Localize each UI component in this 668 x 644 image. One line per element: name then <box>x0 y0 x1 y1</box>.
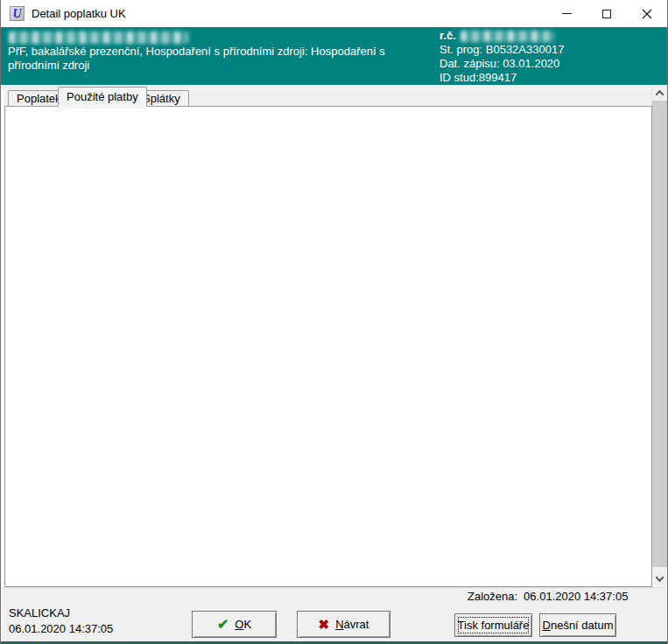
form-scroll-up-button[interactable] <box>652 86 667 101</box>
footer-panel: Založena:06.01.2020 14:37:05 SKALICKAJ 0… <box>2 587 668 641</box>
window-title: Detail poplatku UK <box>32 7 126 20</box>
app-icon: U <box>10 6 25 21</box>
close-icon <box>642 9 652 19</box>
form-scroll-down-button[interactable] <box>652 571 667 586</box>
student-name-redacted <box>9 32 188 44</box>
ok-button[interactable]: ✔ OK <box>192 611 277 638</box>
tab-pouzite-platby[interactable]: Použité platby <box>58 87 147 107</box>
navrat-button-label: Návrat <box>335 618 369 631</box>
student-id: ID stud:899417 <box>439 71 564 85</box>
chevron-down-icon <box>656 573 664 582</box>
form-scrollbar[interactable] <box>651 86 666 586</box>
minimize-icon <box>562 13 572 14</box>
maximize-icon <box>602 10 611 18</box>
created-value: 06.01.2020 14:37:05 <box>524 590 628 603</box>
tab-page <box>4 106 652 587</box>
student-header: PřF, bakalářské prezenční, Hospodaření s… <box>1 27 667 85</box>
detail-poplatku-window: U Detail poplatku UK PřF, bakalářské pre… <box>0 0 668 644</box>
study-program-text: PřF, bakalářské prezenční, Hospodaření s… <box>8 45 430 73</box>
dnesni-datum-button[interactable]: Dnešní datum <box>539 613 616 637</box>
tab-bar: Poplatek Použité platby Splátky <box>4 86 652 107</box>
form-scrollbar-thumb[interactable] <box>652 101 667 567</box>
dnesni-datum-button-label: Dnešní datum <box>543 619 614 632</box>
created-line: Založena:06.01.2020 14:37:05 <box>468 590 628 603</box>
created-label: Založena: <box>468 590 517 603</box>
study-program-code: St. prog: B0532A330017 <box>439 43 564 57</box>
chevron-up-icon <box>656 90 664 99</box>
birth-number-redacted <box>461 31 555 42</box>
maximize-button[interactable] <box>587 0 627 27</box>
close-button[interactable] <box>627 0 667 27</box>
minimize-button[interactable] <box>546 0 587 27</box>
enrollment-date: Dat. zápisu: 03.01.2020 <box>439 57 564 71</box>
check-icon: ✔ <box>217 616 229 633</box>
ok-button-label: OK <box>235 618 251 631</box>
navrat-button[interactable]: ✖ Návrat <box>297 611 390 638</box>
username-text: SKALICKAJ <box>9 606 70 620</box>
x-icon: ✖ <box>319 617 330 633</box>
student-details: r.č. St. prog: B0532A330017 Dat. zápisu:… <box>439 29 564 85</box>
birth-number-row: r.č. <box>439 29 564 43</box>
title-bar: U Detail poplatku UK <box>1 0 667 27</box>
rc-label: r.č. <box>439 29 456 42</box>
current-datetime-text: 06.01.2020 14:37:05 <box>9 622 113 635</box>
focus-rectangle <box>458 617 529 634</box>
tisk-formulare-button[interactable]: Tisk formuláře <box>454 613 532 637</box>
